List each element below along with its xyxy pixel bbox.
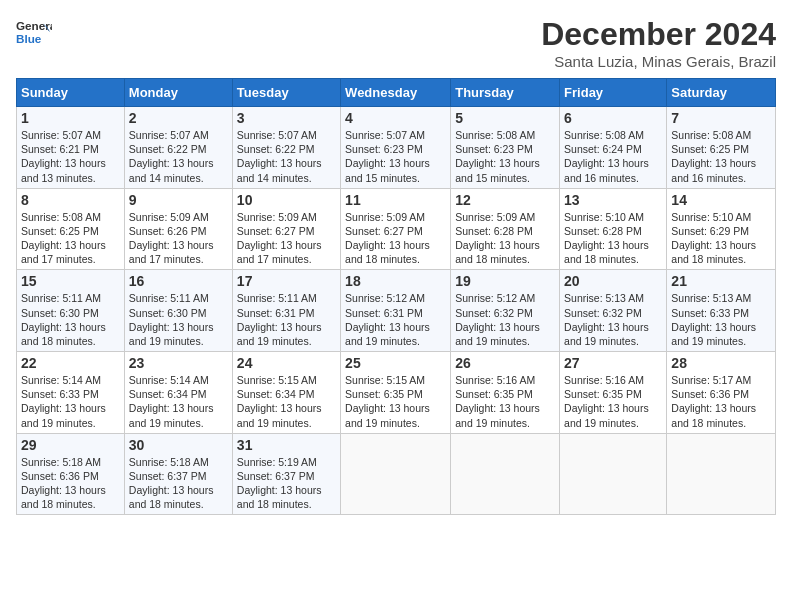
day-info: Sunrise: 5:15 AMSunset: 6:34 PMDaylight:… [237, 373, 336, 430]
calendar-week-row: 29Sunrise: 5:18 AMSunset: 6:36 PMDayligh… [17, 433, 776, 515]
day-info: Sunrise: 5:08 AMSunset: 6:25 PMDaylight:… [21, 210, 120, 267]
day-info: Sunrise: 5:08 AMSunset: 6:25 PMDaylight:… [671, 128, 771, 185]
calendar-cell [560, 433, 667, 515]
location: Santa Luzia, Minas Gerais, Brazil [541, 53, 776, 70]
calendar-week-row: 22Sunrise: 5:14 AMSunset: 6:33 PMDayligh… [17, 352, 776, 434]
calendar-cell: 15Sunrise: 5:11 AMSunset: 6:30 PMDayligh… [17, 270, 125, 352]
day-number: 1 [21, 110, 120, 126]
calendar-day-header: Tuesday [232, 79, 340, 107]
calendar-cell: 16Sunrise: 5:11 AMSunset: 6:30 PMDayligh… [124, 270, 232, 352]
calendar-cell: 26Sunrise: 5:16 AMSunset: 6:35 PMDayligh… [451, 352, 560, 434]
calendar-table: SundayMondayTuesdayWednesdayThursdayFrid… [16, 78, 776, 515]
day-info: Sunrise: 5:12 AMSunset: 6:32 PMDaylight:… [455, 291, 555, 348]
day-info: Sunrise: 5:07 AMSunset: 6:23 PMDaylight:… [345, 128, 446, 185]
calendar-cell: 1Sunrise: 5:07 AMSunset: 6:21 PMDaylight… [17, 107, 125, 189]
calendar-cell: 4Sunrise: 5:07 AMSunset: 6:23 PMDaylight… [341, 107, 451, 189]
day-info: Sunrise: 5:09 AMSunset: 6:28 PMDaylight:… [455, 210, 555, 267]
day-info: Sunrise: 5:15 AMSunset: 6:35 PMDaylight:… [345, 373, 446, 430]
calendar-cell: 27Sunrise: 5:16 AMSunset: 6:35 PMDayligh… [560, 352, 667, 434]
day-info: Sunrise: 5:14 AMSunset: 6:33 PMDaylight:… [21, 373, 120, 430]
day-number: 22 [21, 355, 120, 371]
calendar-header-row: SundayMondayTuesdayWednesdayThursdayFrid… [17, 79, 776, 107]
calendar-cell [341, 433, 451, 515]
calendar-cell: 3Sunrise: 5:07 AMSunset: 6:22 PMDaylight… [232, 107, 340, 189]
calendar-cell: 31Sunrise: 5:19 AMSunset: 6:37 PMDayligh… [232, 433, 340, 515]
day-info: Sunrise: 5:09 AMSunset: 6:27 PMDaylight:… [237, 210, 336, 267]
calendar-day-header: Sunday [17, 79, 125, 107]
day-info: Sunrise: 5:12 AMSunset: 6:31 PMDaylight:… [345, 291, 446, 348]
page-header: General Blue December 2024 Santa Luzia, … [16, 16, 776, 70]
calendar-cell: 9Sunrise: 5:09 AMSunset: 6:26 PMDaylight… [124, 188, 232, 270]
calendar-cell: 10Sunrise: 5:09 AMSunset: 6:27 PMDayligh… [232, 188, 340, 270]
day-number: 20 [564, 273, 662, 289]
day-info: Sunrise: 5:07 AMSunset: 6:21 PMDaylight:… [21, 128, 120, 185]
calendar-week-row: 8Sunrise: 5:08 AMSunset: 6:25 PMDaylight… [17, 188, 776, 270]
day-number: 12 [455, 192, 555, 208]
calendar-day-header: Friday [560, 79, 667, 107]
day-info: Sunrise: 5:09 AMSunset: 6:27 PMDaylight:… [345, 210, 446, 267]
month-title: December 2024 [541, 16, 776, 53]
day-info: Sunrise: 5:07 AMSunset: 6:22 PMDaylight:… [129, 128, 228, 185]
calendar-cell: 6Sunrise: 5:08 AMSunset: 6:24 PMDaylight… [560, 107, 667, 189]
calendar-cell: 14Sunrise: 5:10 AMSunset: 6:29 PMDayligh… [667, 188, 776, 270]
day-number: 16 [129, 273, 228, 289]
calendar-cell: 22Sunrise: 5:14 AMSunset: 6:33 PMDayligh… [17, 352, 125, 434]
day-info: Sunrise: 5:14 AMSunset: 6:34 PMDaylight:… [129, 373, 228, 430]
day-number: 5 [455, 110, 555, 126]
calendar-cell: 17Sunrise: 5:11 AMSunset: 6:31 PMDayligh… [232, 270, 340, 352]
day-number: 26 [455, 355, 555, 371]
calendar-cell: 13Sunrise: 5:10 AMSunset: 6:28 PMDayligh… [560, 188, 667, 270]
logo: General Blue [16, 16, 52, 52]
calendar-cell: 11Sunrise: 5:09 AMSunset: 6:27 PMDayligh… [341, 188, 451, 270]
calendar-cell: 2Sunrise: 5:07 AMSunset: 6:22 PMDaylight… [124, 107, 232, 189]
day-info: Sunrise: 5:13 AMSunset: 6:32 PMDaylight:… [564, 291, 662, 348]
day-number: 25 [345, 355, 446, 371]
calendar-week-row: 1Sunrise: 5:07 AMSunset: 6:21 PMDaylight… [17, 107, 776, 189]
day-number: 21 [671, 273, 771, 289]
calendar-day-header: Saturday [667, 79, 776, 107]
day-info: Sunrise: 5:17 AMSunset: 6:36 PMDaylight:… [671, 373, 771, 430]
day-info: Sunrise: 5:09 AMSunset: 6:26 PMDaylight:… [129, 210, 228, 267]
day-number: 15 [21, 273, 120, 289]
day-info: Sunrise: 5:11 AMSunset: 6:30 PMDaylight:… [129, 291, 228, 348]
calendar-week-row: 15Sunrise: 5:11 AMSunset: 6:30 PMDayligh… [17, 270, 776, 352]
day-info: Sunrise: 5:08 AMSunset: 6:23 PMDaylight:… [455, 128, 555, 185]
calendar-cell: 30Sunrise: 5:18 AMSunset: 6:37 PMDayligh… [124, 433, 232, 515]
svg-text:General: General [16, 19, 52, 32]
day-info: Sunrise: 5:11 AMSunset: 6:31 PMDaylight:… [237, 291, 336, 348]
day-number: 10 [237, 192, 336, 208]
calendar-day-header: Wednesday [341, 79, 451, 107]
day-number: 4 [345, 110, 446, 126]
svg-text:Blue: Blue [16, 32, 42, 45]
calendar-cell [667, 433, 776, 515]
day-number: 27 [564, 355, 662, 371]
title-block: December 2024 Santa Luzia, Minas Gerais,… [541, 16, 776, 70]
day-number: 18 [345, 273, 446, 289]
day-number: 14 [671, 192, 771, 208]
day-number: 31 [237, 437, 336, 453]
day-number: 19 [455, 273, 555, 289]
day-info: Sunrise: 5:13 AMSunset: 6:33 PMDaylight:… [671, 291, 771, 348]
day-number: 17 [237, 273, 336, 289]
calendar-cell: 28Sunrise: 5:17 AMSunset: 6:36 PMDayligh… [667, 352, 776, 434]
day-info: Sunrise: 5:19 AMSunset: 6:37 PMDaylight:… [237, 455, 336, 512]
day-info: Sunrise: 5:08 AMSunset: 6:24 PMDaylight:… [564, 128, 662, 185]
calendar-cell: 29Sunrise: 5:18 AMSunset: 6:36 PMDayligh… [17, 433, 125, 515]
calendar-cell: 21Sunrise: 5:13 AMSunset: 6:33 PMDayligh… [667, 270, 776, 352]
day-info: Sunrise: 5:11 AMSunset: 6:30 PMDaylight:… [21, 291, 120, 348]
day-number: 8 [21, 192, 120, 208]
day-number: 11 [345, 192, 446, 208]
calendar-body: 1Sunrise: 5:07 AMSunset: 6:21 PMDaylight… [17, 107, 776, 515]
day-number: 28 [671, 355, 771, 371]
day-info: Sunrise: 5:18 AMSunset: 6:36 PMDaylight:… [21, 455, 120, 512]
calendar-cell: 20Sunrise: 5:13 AMSunset: 6:32 PMDayligh… [560, 270, 667, 352]
calendar-cell: 7Sunrise: 5:08 AMSunset: 6:25 PMDaylight… [667, 107, 776, 189]
day-number: 24 [237, 355, 336, 371]
day-number: 30 [129, 437, 228, 453]
day-number: 2 [129, 110, 228, 126]
calendar-cell: 24Sunrise: 5:15 AMSunset: 6:34 PMDayligh… [232, 352, 340, 434]
logo-icon: General Blue [16, 16, 52, 52]
day-info: Sunrise: 5:18 AMSunset: 6:37 PMDaylight:… [129, 455, 228, 512]
calendar-cell [451, 433, 560, 515]
day-number: 3 [237, 110, 336, 126]
